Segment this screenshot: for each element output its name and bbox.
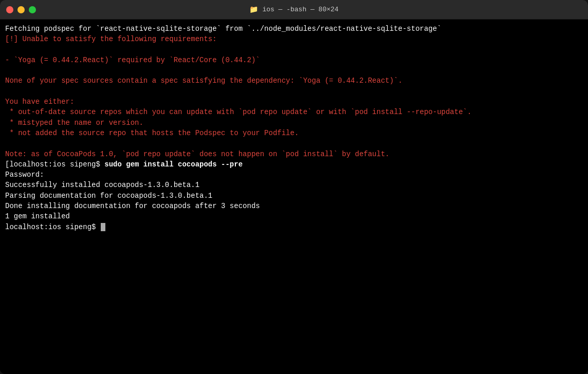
line-16: Successfully installed cocoapods-1.3.0.b… (5, 180, 583, 190)
maximize-button[interactable] (29, 6, 36, 13)
line-20: localhost:ios sipeng$ (5, 222, 583, 232)
line-18: Done installing documentation for cocoap… (5, 201, 583, 211)
line-19: 1 gem installed (5, 211, 583, 221)
line-8: You have either: (5, 97, 583, 107)
line-9: * out-of-date source repos which you can… (5, 107, 583, 117)
close-button[interactable] (6, 6, 13, 13)
line-4: - `Yoga (= 0.44.2.React)` required by `R… (5, 55, 583, 65)
traffic-lights (6, 6, 36, 13)
titlebar: 📁 ios — -bash — 80×24 (0, 0, 588, 20)
line-17: Parsing documentation for cocoapods-1.3.… (5, 191, 583, 201)
line-15: Password: (5, 170, 583, 180)
line-5 (5, 65, 583, 76)
window-title: 📁 ios — -bash — 80×24 (249, 5, 338, 14)
terminal-body[interactable]: Fetching podspec for `react-native-sqlit… (0, 20, 588, 374)
line-1: Fetching podspec for `react-native-sqlit… (5, 24, 583, 34)
line-2: [!] Unable to satisfy the following requ… (5, 34, 583, 44)
terminal-window: 📁 ios — -bash — 80×24 Fetching podspec f… (0, 0, 588, 374)
line-14: [localhost:ios sipeng$ sudo gem install … (5, 159, 583, 170)
minimize-button[interactable] (17, 6, 25, 13)
folder-icon: 📁 (249, 5, 258, 14)
line-11: * not added the source repo that hosts t… (5, 128, 583, 138)
line-3 (5, 45, 583, 55)
line-13: Note: as of CocoaPods 1.0, `pod repo upd… (5, 149, 583, 159)
line-12 (5, 138, 583, 148)
line-6: None of your spec sources contain a spec… (5, 76, 583, 86)
title-label: ios — -bash — 80×24 (262, 6, 338, 13)
cursor (101, 223, 105, 231)
line-10: * mistyped the name or version. (5, 118, 583, 128)
line-7 (5, 86, 583, 97)
